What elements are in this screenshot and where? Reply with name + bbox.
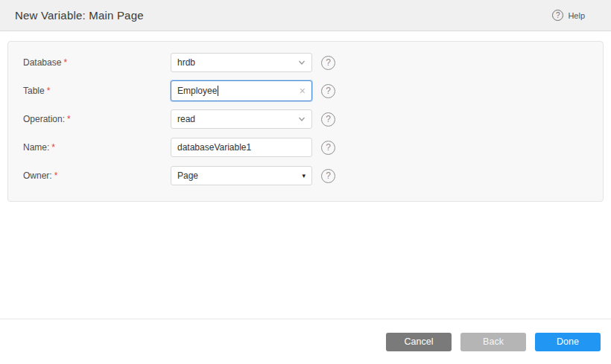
required-marker: * [47,86,51,96]
form-row-database: Database* hrdb ? [23,53,603,72]
owner-select[interactable]: Page ▾ [171,166,312,185]
name-label-text: Name: [23,142,49,153]
name-label: Name:* [23,142,171,153]
footer-buttons: Cancel Back Done [386,333,601,351]
new-variable-form-panel: Database* hrdb ? Table* Employee × ? Ope… [7,41,604,202]
chevron-down-icon [298,59,306,66]
done-button[interactable]: Done [535,333,601,351]
table-help-icon[interactable]: ? [321,84,335,98]
required-marker: * [54,170,58,181]
footer-divider [0,319,611,319]
database-label: Database* [23,57,171,68]
name-input[interactable]: databaseVariable1 [171,138,312,157]
database-dropdown-value: hrdb [177,57,298,68]
cancel-button[interactable]: Cancel [386,333,452,351]
form-row-operation: Operation:* read ? [23,109,603,129]
owner-help-icon[interactable]: ? [321,169,335,183]
table-input-value: Employee [177,86,300,97]
required-marker: * [51,142,55,153]
operation-label-text: Operation: [23,114,65,124]
back-button[interactable]: Back [460,333,526,351]
dialog-header: New Variable: Main Page ? Help [0,0,611,31]
database-dropdown[interactable]: hrdb [171,53,312,72]
required-marker: * [63,57,67,68]
select-arrow-icon: ▾ [302,172,306,179]
text-cursor [218,86,218,96]
table-label: Table* [23,86,171,96]
database-label-text: Database [23,57,61,68]
operation-label: Operation:* [23,114,171,124]
page-title: New Variable: Main Page [15,9,144,22]
table-label-text: Table [23,86,45,96]
form-row-name: Name:* databaseVariable1 ? [23,138,603,157]
table-input[interactable]: Employee × [171,80,312,101]
form-row-table: Table* Employee × ? [23,81,603,100]
owner-select-value: Page [177,170,302,181]
clear-icon[interactable]: × [300,86,306,96]
name-help-icon[interactable]: ? [321,141,335,155]
operation-help-icon[interactable]: ? [321,112,335,127]
chevron-down-icon [298,115,306,123]
database-help-icon[interactable]: ? [321,56,335,70]
help-link[interactable]: ? Help [552,10,585,21]
help-circle-icon: ? [552,10,563,21]
operation-dropdown-value: read [177,114,298,124]
help-link-label: Help [568,11,585,20]
required-marker: * [67,114,71,124]
owner-label: Owner:* [23,170,171,181]
form-row-owner: Owner:* Page ▾ ? [23,166,603,185]
name-input-value: databaseVariable1 [177,142,306,153]
operation-dropdown[interactable]: read [171,109,312,129]
table-input-text: Employee [177,86,217,96]
owner-label-text: Owner: [23,170,52,181]
